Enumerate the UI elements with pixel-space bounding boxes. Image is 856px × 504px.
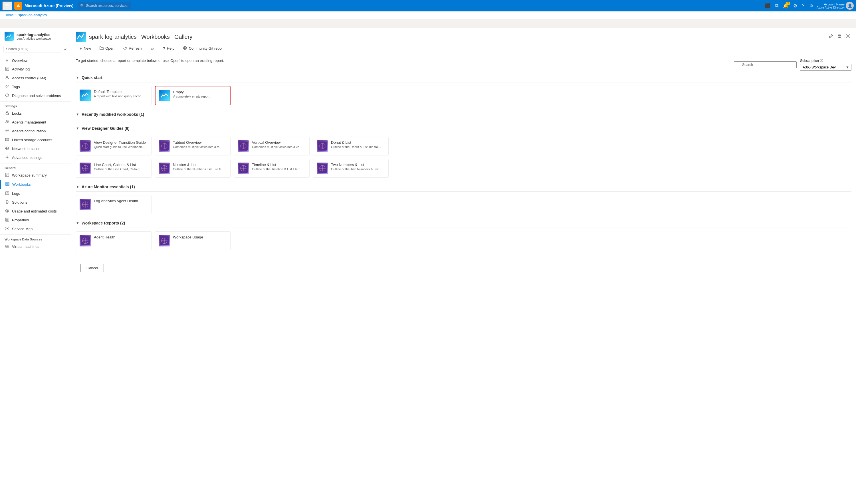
print-button[interactable] (836, 33, 843, 41)
refresh-button[interactable]: Refresh (119, 44, 145, 53)
git-icon (183, 46, 187, 51)
card-info: Two Numbers & List Outline of the Two Nu… (331, 163, 385, 171)
sidebar-item-activity-log[interactable]: Activity log (0, 65, 71, 74)
gallery-card-timeline-list[interactable]: Timeline & List Outline of the Timeline … (234, 159, 309, 178)
sidebar-item-workspace-summary[interactable]: Workspace summary (0, 171, 71, 180)
collapse-icon: ▼ (76, 112, 79, 116)
azure-monitor-section-header[interactable]: ▼ Azure Monitor essentials (1) (76, 182, 852, 192)
card-title: Workspace Usage (173, 235, 227, 239)
sidebar-item-advanced-settings[interactable]: Advanced settings (0, 153, 71, 162)
user-account[interactable]: Account Name Azure Active Directory (817, 3, 844, 9)
sidebar-item-virtual-machines[interactable]: Virtual machines (0, 242, 71, 251)
feedback-button[interactable]: ☺ (147, 44, 158, 53)
virtual-machines-icon (4, 244, 10, 249)
gallery-search-input[interactable] (734, 61, 797, 68)
card-info: Tabbed Overview Combines multiple views … (173, 140, 227, 149)
advanced-settings-icon (4, 155, 10, 160)
sidebar-item-label: Workspace summary (12, 173, 47, 177)
card-thumb (159, 90, 170, 101)
notifications-button[interactable]: 🔔 7 (781, 2, 790, 10)
open-button[interactable]: Open (96, 44, 118, 53)
workspace-reports-section-header[interactable]: ▼ Workspace Reports (2) (76, 218, 852, 228)
cloud-shell-button[interactable]: ⬛ (763, 2, 772, 10)
subscription-dropdown[interactable]: A365 Workspace Dev (800, 64, 852, 71)
settings-button[interactable]: ⚙ (791, 2, 799, 10)
global-search-input[interactable] (78, 2, 131, 10)
sidebar-item-agents-configuration[interactable]: Agents configuration (0, 127, 71, 136)
user-avatar[interactable]: 👤 (846, 2, 854, 10)
intro-filter-row: To get started, choose a report or templ… (71, 55, 856, 73)
section-label: Quick start (82, 75, 103, 80)
breadcrumb-home[interactable]: Home (4, 13, 14, 17)
close-button[interactable] (844, 33, 852, 41)
recently-modified-section-header[interactable]: ▼ Recently modified workbooks (1) (76, 110, 852, 119)
svg-point-6 (8, 85, 8, 86)
sidebar-collapse-button[interactable]: « (63, 46, 68, 52)
sidebar-item-properties[interactable]: Properties (0, 216, 71, 224)
sidebar-item-service-map[interactable]: Service Map (0, 224, 71, 233)
gallery-card-agent-health[interactable]: Agent Health (76, 231, 151, 250)
diagnose-icon (4, 93, 10, 98)
service-map-icon (4, 227, 10, 231)
sidebar-item-logs[interactable]: Logs (0, 189, 71, 198)
card-title: Number & List (173, 163, 227, 167)
sidebar-item-usage-costs[interactable]: Usage and estimated costs (0, 207, 71, 216)
azure-monitor-cards: Log Analytics Agent Health (76, 195, 852, 214)
gallery-card-line-chart[interactable]: Line Chart, Callout, & List Outline of t… (76, 159, 151, 178)
sidebar-item-linked-storage[interactable]: Linked storage accounts (0, 136, 71, 144)
gallery-card-number-list[interactable]: Number & List Outline of the Number & Li… (155, 159, 231, 178)
workspace-reports-cards: Agent Health Workspace Usage (76, 231, 852, 250)
svg-rect-47 (7, 246, 8, 247)
breadcrumb-workspace[interactable]: spark-log-analytics (18, 13, 47, 17)
sidebar-search-input[interactable] (3, 46, 61, 53)
sidebar-item-locks[interactable]: Locks (0, 109, 71, 118)
community-git-button[interactable]: Community Git repo (179, 44, 226, 53)
subscription-control: Subscription ⓘ A365 Workspace Dev ▼ (800, 58, 852, 71)
hamburger-menu[interactable]: ☰ (2, 1, 12, 10)
sidebar-item-access-control[interactable]: Access control (IAM) (0, 74, 71, 83)
gallery-card-two-numbers-list[interactable]: Two Numbers & List Outline of the Two Nu… (313, 159, 389, 178)
notification-badge: 7 (786, 2, 790, 5)
sidebar-item-label: Agents configuration (12, 129, 46, 133)
gallery-card-vertical-overview[interactable]: Vertical Overview Combines multiple view… (234, 137, 309, 156)
gallery-card-empty[interactable]: Empty A completely empty report. (155, 86, 231, 105)
sidebar-item-solutions[interactable]: Solutions (0, 198, 71, 207)
gallery-card-default-template[interactable]: Default Template A report with text and … (76, 86, 151, 105)
sidebar-item-network-isolation[interactable]: Network Isolation (0, 144, 71, 153)
sidebar-item-diagnose[interactable]: Diagnose and solve problems (0, 91, 71, 100)
svg-rect-26 (6, 184, 7, 185)
gallery-card-workspace-usage[interactable]: Workspace Usage (155, 231, 231, 250)
svg-point-12 (7, 121, 8, 122)
sidebar-item-overview[interactable]: ≡ Overview (0, 56, 71, 65)
main-layout: spark-log-analytics Log Analytics worksp… (0, 28, 856, 504)
gallery-card-log-analytics-agent-health[interactable]: Log Analytics Agent Health (76, 195, 151, 214)
pin-button[interactable] (827, 33, 834, 41)
svg-point-37 (8, 227, 9, 228)
account-subtitle: Azure Active Directory (817, 6, 844, 9)
sidebar-item-tags[interactable]: Tags (0, 83, 71, 91)
sidebar-item-workbooks[interactable]: Workbooks (0, 180, 71, 189)
cancel-button[interactable]: Cancel (81, 264, 104, 272)
section-label: Workspace Reports (2) (82, 221, 125, 225)
card-title: Timeline & List (252, 163, 306, 167)
gallery-card-view-designer-transition[interactable]: View Designer Transition Guide Quick sta… (76, 137, 151, 156)
help-button[interactable]: ? Help (159, 44, 178, 53)
gallery-card-donut-list[interactable]: Donut & List Outline of the Donut & List… (313, 137, 389, 156)
help-button[interactable]: ? (800, 2, 806, 10)
gallery-card-tabbed-overview[interactable]: Tabbed Overview Combines multiple views … (155, 137, 231, 156)
card-info: Vertical Overview Combines multiple view… (252, 140, 306, 149)
new-button[interactable]: + New (76, 44, 95, 53)
card-desc: Outline of the Line Chart, Callout, & Li… (94, 167, 145, 171)
directory-button[interactable]: ⧉ (773, 2, 780, 10)
quick-start-section-header[interactable]: ▼ Quick start (76, 73, 852, 83)
card-desc: Outline of the Donut & List Tile from V.… (331, 145, 382, 149)
card-title: Default Template (94, 90, 148, 94)
card-thumb (79, 235, 91, 247)
feedback-button[interactable]: ☺ (807, 2, 815, 10)
card-info: Workspace Usage (173, 235, 227, 240)
sidebar-item-agents-management[interactable]: Agents management (0, 118, 71, 127)
svg-point-9 (7, 95, 7, 96)
view-designer-section-header[interactable]: ▼ View Designer Guides (8) (76, 124, 852, 133)
gallery-section-workspace-reports: ▼ Workspace Reports (2) Agent Health (76, 218, 852, 250)
general-section-label: General (0, 163, 71, 171)
